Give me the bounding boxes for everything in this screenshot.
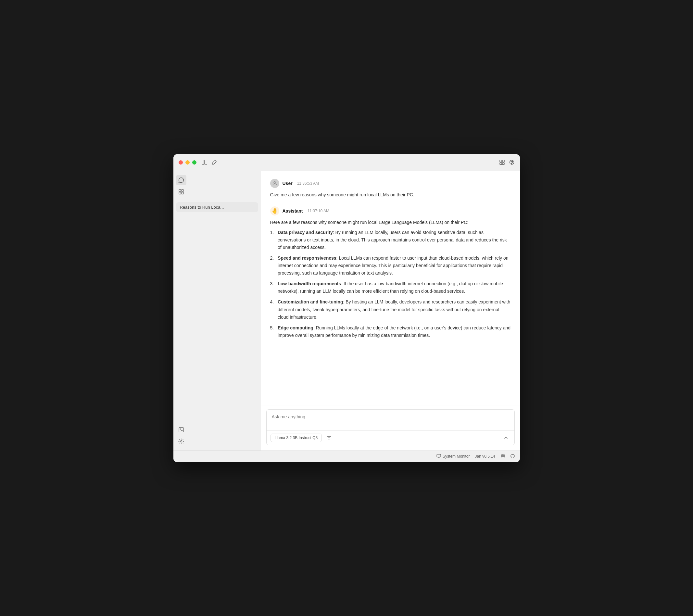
svg-point-10 [512, 162, 513, 163]
user-message-header: User 11:36:53 AM [270, 179, 511, 188]
svg-rect-3 [502, 160, 504, 162]
svg-point-9 [512, 161, 513, 162]
svg-rect-14 [181, 192, 183, 194]
sidebar-chat-icon[interactable] [176, 175, 186, 185]
monitor-icon [436, 454, 441, 459]
layout-icon[interactable] [499, 159, 505, 165]
svg-point-19 [502, 456, 502, 456]
sidebar-settings-icon[interactable] [176, 436, 186, 447]
assistant-sender-label: Assistant [282, 208, 303, 213]
list-num-2: 2. [270, 254, 274, 277]
collapse-button[interactable] [501, 433, 511, 443]
sidebar-toggle-icon[interactable] [202, 159, 207, 165]
list-num-1: 1. [270, 229, 274, 251]
svg-rect-1 [204, 160, 207, 165]
list-item-4-text: Customization and fine-tuning: By hostin… [278, 298, 511, 321]
svg-rect-15 [179, 427, 183, 432]
svg-point-7 [511, 161, 511, 162]
svg-point-20 [503, 456, 503, 456]
list-item-5: 5. Edge computing: Running LLMs locally … [270, 324, 511, 339]
sidebar: Reasons to Run Loca... [173, 171, 261, 450]
discord-item[interactable] [500, 454, 505, 459]
github-icon [510, 454, 515, 459]
github-item[interactable] [510, 454, 515, 459]
model-label: Llama 3.2 3B Instruct Q8 [275, 435, 318, 440]
chat-input[interactable] [266, 410, 514, 429]
list-num-3: 3. [270, 280, 274, 295]
sidebar-top [173, 171, 261, 201]
messages-container: User 11:36:53 AM Give me a few reasons w… [261, 171, 520, 405]
svg-rect-12 [181, 189, 183, 191]
version-item: Jan v0.5.14 [475, 454, 495, 458]
list-item-3-text: Low-bandwidth requirements: If the user … [278, 280, 511, 295]
assistant-intro: Here are a few reasons why someone might… [270, 219, 511, 226]
main-window: Reasons to Run Loca... [173, 154, 520, 462]
list-item-3: 3. Low-bandwidth requirements: If the us… [270, 280, 511, 295]
sidebar-bottom [173, 420, 261, 450]
assistant-message: 🤚 Assistant 11:37:10 AM Here are a few r… [270, 206, 511, 339]
status-bar: System Monitor Jan v0.5.14 [173, 450, 520, 462]
svg-rect-0 [202, 160, 204, 165]
main-content: Reasons to Run Loca... [173, 171, 520, 450]
svg-rect-18 [437, 454, 441, 457]
list-item-2-text: Speed and responsiveness: Local LLMs can… [278, 254, 511, 277]
input-area: Llama 3.2 3B Instruct Q8 [261, 405, 520, 450]
titlebar-left-icons [202, 159, 217, 165]
sidebar-terminal-icon[interactable] [176, 425, 186, 435]
discord-icon [500, 454, 505, 459]
list-item-1: 1. Data privacy and security: By running… [270, 229, 511, 251]
input-toolbar: Llama 3.2 3B Instruct Q8 [266, 430, 514, 445]
titlebar-right-icons [499, 159, 515, 165]
maximize-button[interactable] [192, 160, 196, 165]
svg-rect-11 [179, 189, 181, 191]
traffic-lights [179, 160, 196, 165]
minimize-button[interactable] [185, 160, 190, 165]
assistant-message-header: 🤚 Assistant 11:37:10 AM [270, 206, 511, 215]
close-button[interactable] [179, 160, 183, 165]
user-message: User 11:36:53 AM Give me a few reasons w… [270, 179, 511, 199]
user-message-time: 11:36:53 AM [297, 181, 319, 186]
assistant-message-time: 11:37:10 AM [308, 209, 329, 213]
list-item-1-text: Data privacy and security: By running an… [278, 229, 511, 251]
assistant-avatar: 🤚 [270, 206, 279, 215]
svg-rect-13 [179, 192, 181, 194]
titlebar [173, 154, 520, 171]
list-num-4: 4. [270, 298, 274, 321]
version-label: Jan v0.5.14 [475, 454, 495, 458]
svg-rect-2 [500, 160, 502, 162]
input-box: Llama 3.2 3B Instruct Q8 [266, 409, 515, 445]
list-item-2: 2. Speed and responsiveness: Local LLMs … [270, 254, 511, 277]
system-monitor-label: System Monitor [443, 454, 470, 458]
system-monitor-item[interactable]: System Monitor [436, 454, 470, 459]
user-message-body: Give me a few reasons why someone might … [270, 191, 511, 199]
sidebar-grid-icon[interactable] [176, 187, 186, 197]
assistant-message-body: Here are a few reasons why someone might… [270, 219, 511, 339]
list-item-4: 4. Customization and fine-tuning: By hos… [270, 298, 511, 321]
svg-rect-5 [502, 163, 504, 165]
compose-icon[interactable] [212, 159, 217, 165]
list-item-5-text: Edge computing: Running LLMs locally at … [278, 324, 511, 339]
model-selector[interactable]: Llama 3.2 3B Instruct Q8 [271, 434, 322, 442]
model-tune-button[interactable] [324, 433, 334, 443]
user-message-text: Give me a few reasons why someone might … [270, 191, 511, 199]
chat-area: User 11:36:53 AM Give me a few reasons w… [261, 171, 520, 450]
svg-point-17 [274, 181, 276, 183]
user-avatar [270, 179, 279, 188]
svg-rect-4 [500, 163, 502, 165]
list-num-5: 5. [270, 324, 274, 339]
user-sender-label: User [282, 181, 293, 186]
svg-point-16 [180, 440, 182, 442]
palette-icon[interactable] [509, 159, 515, 165]
chat-history-item[interactable]: Reasons to Run Loca... [176, 202, 258, 212]
svg-point-8 [511, 161, 512, 162]
assistant-list: 1. Data privacy and security: By running… [270, 229, 511, 339]
input-toolbar-right [501, 433, 511, 443]
